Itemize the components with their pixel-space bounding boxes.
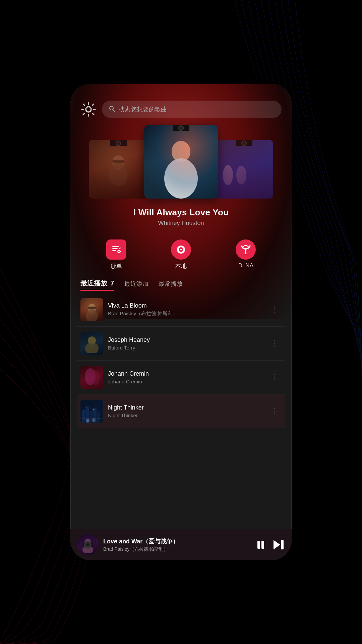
more-button-3[interactable]: ⋮ — [268, 370, 282, 384]
search-bar[interactable]: 搜索您想要的歌曲 — [102, 101, 282, 118]
search-icon — [109, 105, 115, 114]
more-button-1[interactable]: ⋮ — [268, 303, 282, 317]
more-button-2[interactable]: ⋮ — [268, 336, 282, 351]
current-song-info: I Will Always Love You Whitney Houston — [70, 202, 292, 229]
song-details-4: Night Thinker Night Thinker — [103, 404, 268, 418]
song-row[interactable]: Johann Cremin Johann Cremin ⋮ — [77, 361, 285, 394]
nav-icons: 歌单 本地 — [70, 233, 292, 273]
song-row[interactable]: Viva La Bloom Brad Paisley（布拉德·帕斯利） ⋮ — [77, 293, 285, 327]
nav-dlna[interactable]: DLNA — [236, 239, 256, 270]
song-title-3: Johann Cremin — [108, 370, 264, 377]
song-artist-2: Buford Terry — [108, 345, 264, 351]
svg-point-19 — [180, 249, 182, 251]
song-artist-4: Night Thinker — [108, 413, 264, 418]
svg-line-16 — [119, 248, 121, 249]
now-playing-thumb — [77, 534, 99, 555]
song-row[interactable]: Joseph Heaney Buford Terry ⋮ — [77, 327, 285, 361]
search-placeholder: 搜索您想要的歌曲 — [119, 105, 167, 113]
tab-frequent[interactable]: 最常播放 — [159, 280, 183, 290]
svg-rect-46 — [281, 540, 284, 549]
header: 搜索您想要的歌曲 — [70, 84, 292, 125]
album-carousel — [70, 125, 292, 202]
song-thumb-4 — [80, 400, 103, 423]
song-details-1: Viva La Bloom Brad Paisley（布拉德·帕斯利） — [103, 302, 268, 317]
tab-recent[interactable]: 最近播放 7 — [80, 279, 114, 291]
svg-point-0 — [86, 107, 91, 112]
svg-line-2 — [113, 110, 115, 111]
song-list: Viva La Bloom Brad Paisley（布拉德·帕斯利） ⋮ — [70, 293, 292, 529]
song-title-4: Night Thinker — [108, 404, 264, 411]
song-title-1: Viva La Bloom — [108, 302, 264, 309]
phone-content: 搜索您想要的歌曲 — [70, 84, 292, 560]
svg-marker-45 — [274, 540, 280, 549]
vinyl-right — [236, 140, 252, 146]
svg-point-14 — [118, 251, 120, 252]
song-thumb-2 — [80, 332, 103, 355]
next-button[interactable] — [273, 539, 285, 550]
song-thumb-3 — [80, 366, 103, 389]
svg-rect-10 — [112, 246, 119, 247]
song-row[interactable]: Night Thinker Night Thinker ⋮ — [77, 394, 285, 428]
now-playing-bar[interactable]: Love and War（爱与战争） Brad Paisley（布拉德·帕斯利） — [70, 529, 292, 560]
album-card-center[interactable] — [144, 125, 218, 199]
album-card-right[interactable] — [215, 140, 273, 199]
tab-added[interactable]: 最近添加 — [124, 280, 148, 290]
song-artist-3: Johann Cremin — [108, 379, 264, 384]
vinyl-center — [173, 125, 189, 131]
svg-rect-11 — [112, 248, 118, 249]
svg-rect-12 — [112, 250, 116, 251]
current-song-title: I Will Always Love You — [80, 207, 282, 218]
song-title-2: Joseph Heaney — [108, 336, 264, 343]
now-playing-controls — [255, 539, 285, 550]
nav-local[interactable]: 本地 — [171, 239, 191, 270]
pause-button[interactable] — [255, 539, 266, 550]
song-thumb-1 — [80, 298, 103, 321]
song-details-2: Joseph Heaney Buford Terry — [103, 336, 268, 351]
album-card-left[interactable] — [89, 140, 147, 199]
vinyl-left — [110, 140, 127, 146]
svg-rect-44 — [261, 541, 264, 549]
now-playing-title: Love and War（爱与战争） — [103, 537, 251, 545]
svg-rect-43 — [257, 541, 260, 549]
nav-local-label: 本地 — [175, 262, 187, 270]
song-list-tabs: 最近播放 7 最近添加 最常播放 — [70, 273, 292, 293]
dlna-icon-container — [236, 239, 256, 260]
local-icon-container — [171, 239, 191, 260]
more-button-4[interactable]: ⋮ — [268, 404, 282, 418]
song-details-3: Johann Cremin Johann Cremin — [103, 370, 268, 384]
nav-playlist[interactable]: 歌单 — [106, 239, 126, 270]
song-artist-1: Brad Paisley（布拉德·帕斯利） — [108, 311, 264, 317]
playlist-icon-container — [106, 239, 126, 260]
nav-playlist-label: 歌单 — [111, 262, 122, 270]
now-playing-info: Love and War（爱与战争） Brad Paisley（布拉德·帕斯利） — [103, 537, 251, 552]
current-song-artist: Whitney Houston — [80, 220, 282, 227]
phone-shell: 搜索您想要的歌曲 — [70, 84, 292, 560]
now-playing-artist: Brad Paisley（布拉德·帕斯利） — [103, 546, 251, 552]
settings-icon[interactable] — [80, 101, 97, 117]
nav-dlna-label: DLNA — [238, 262, 253, 269]
